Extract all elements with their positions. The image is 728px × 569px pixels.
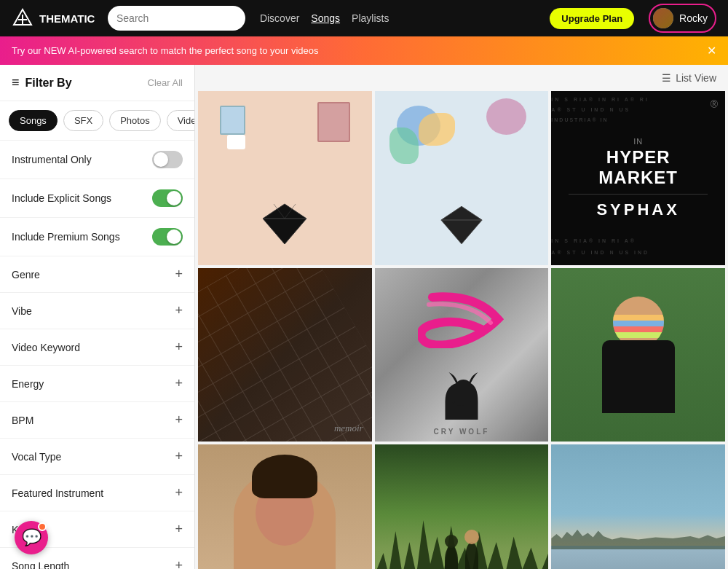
key-expand-icon: +	[175, 522, 183, 537]
instrumental-only-row: Instrumental Only	[0, 140, 194, 178]
bpm-expand-icon: +	[175, 412, 183, 428]
cry-wolf-label: CRY WOLF	[434, 428, 490, 436]
main-nav: Discover Songs Playlists	[260, 12, 389, 24]
energy-expand-icon: +	[175, 376, 183, 391]
content-header: ☰ List View	[195, 65, 728, 91]
filter-icon: ≡	[12, 75, 20, 90]
nav-discover[interactable]: Discover	[260, 12, 299, 24]
song-card-4[interactable]: memoir	[198, 268, 372, 442]
song-card-6[interactable]	[551, 268, 725, 442]
filter-title: ≡ Filter By	[12, 75, 72, 90]
song-card-3[interactable]: IN S RIA® IN RI A® RI A® ST U IND N US I…	[551, 91, 725, 265]
list-view-button[interactable]: ☰ List View	[662, 72, 716, 84]
logo[interactable]: THEMATIC	[12, 7, 99, 29]
video-keyword-expand-icon: +	[175, 340, 183, 355]
cry-wolf-swoosh	[418, 290, 505, 348]
list-view-label: List View	[676, 72, 716, 84]
upgrade-button[interactable]: Upgrade Plan	[550, 8, 634, 29]
explicit-songs-toggle[interactable]	[152, 189, 183, 207]
explicit-songs-label: Include Explicit Songs	[12, 192, 111, 204]
notification-button[interactable]: 💬	[15, 521, 48, 554]
banner-close-button[interactable]: ✕	[707, 44, 716, 58]
genre-filter[interactable]: Genre +	[0, 256, 194, 292]
cat-left-icon	[441, 369, 481, 420]
vibe-filter[interactable]: Vibe +	[0, 292, 194, 329]
search-input[interactable]	[108, 6, 245, 31]
memoir-label: memoir	[334, 423, 363, 434]
vibe-expand-icon: +	[175, 303, 183, 318]
filter-tabs: Songs SFX Photos Videos	[0, 101, 194, 140]
premium-songs-label: Include Premium Songs	[12, 231, 120, 243]
song-card-2[interactable]	[375, 91, 549, 265]
clear-all-button[interactable]: Clear All	[148, 77, 183, 88]
song-card-9[interactable]: Hurts Like Bell	[551, 444, 725, 569]
instrumental-only-toggle[interactable]	[152, 151, 183, 168]
bpm-filter[interactable]: BPM +	[0, 401, 194, 438]
promo-banner: Try our NEW AI-powered search to match t…	[0, 36, 728, 65]
svg-rect-10	[198, 268, 372, 442]
song-card-5[interactable]: CRY WOLF	[375, 268, 549, 442]
main-content: ≡ Filter By Clear All Songs SFX Photos V…	[0, 65, 728, 569]
avatar	[653, 8, 673, 28]
banner-text: Try our NEW AI-powered search to match t…	[12, 45, 318, 56]
song-card-8[interactable]	[375, 444, 549, 569]
filter-header: ≡ Filter By Clear All	[0, 65, 194, 101]
diamond-icon-2	[434, 203, 488, 248]
featured-instrument-expand-icon: +	[175, 485, 183, 501]
logo-text: THEMATIC	[39, 12, 95, 25]
search-bar: Songs ▾ 🔍	[108, 6, 245, 31]
username: Rocky	[679, 12, 708, 24]
app-header: THEMATIC Songs ▾ 🔍 Discover Songs Playli…	[0, 0, 728, 36]
song-card-1[interactable]	[198, 91, 372, 265]
video-keyword-filter[interactable]: Video Keyword +	[0, 329, 194, 365]
notification-dot	[38, 522, 47, 531]
tab-songs[interactable]: Songs	[9, 110, 58, 131]
instrumental-only-label: Instrumental Only	[12, 154, 92, 165]
chat-icon: 💬	[22, 528, 41, 547]
svg-marker-3	[263, 204, 306, 244]
explicit-songs-row: Include Explicit Songs	[0, 178, 194, 217]
vocal-type-expand-icon: +	[175, 449, 183, 464]
featured-instrument-filter[interactable]: Featured Instrument +	[0, 474, 194, 511]
nav-songs[interactable]: Songs	[311, 12, 340, 24]
vocal-type-filter[interactable]: Vocal Type +	[0, 438, 194, 474]
tab-photos[interactable]: Photos	[109, 110, 160, 131]
filter-sidebar: ≡ Filter By Clear All Songs SFX Photos V…	[0, 65, 195, 569]
premium-songs-toggle[interactable]	[152, 228, 183, 246]
diamond-icon-1	[256, 200, 314, 248]
genre-expand-icon: +	[175, 267, 183, 282]
user-menu[interactable]: Rocky	[649, 4, 716, 33]
song-grid-area: ☰ List View	[195, 65, 728, 569]
list-view-icon: ☰	[662, 72, 671, 84]
tab-videos[interactable]: Videos	[167, 110, 195, 131]
song-length-expand-icon: +	[175, 558, 183, 569]
premium-songs-row: Include Premium Songs	[0, 217, 194, 256]
energy-filter[interactable]: Energy +	[0, 365, 194, 401]
tab-sfx[interactable]: SFX	[63, 110, 103, 131]
nav-playlists[interactable]: Playlists	[352, 12, 389, 24]
song-card-7[interactable]	[198, 444, 372, 569]
svg-marker-7	[441, 206, 482, 244]
song-grid: IN S RIA® IN RI A® RI A® ST U IND N US I…	[195, 91, 728, 569]
